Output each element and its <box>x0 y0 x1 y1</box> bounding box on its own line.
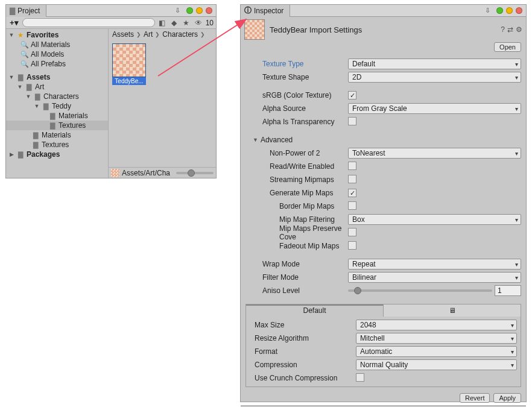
filter-mode-dropdown[interactable]: Bilinear <box>348 272 521 283</box>
tree-assets[interactable]: ▼▇Assets <box>6 72 108 82</box>
alpha-source-dropdown[interactable]: From Gray Scale <box>348 103 521 114</box>
window-max-icon[interactable] <box>506 7 513 14</box>
visibility-icon[interactable]: 👁 <box>194 18 203 28</box>
preset-icon[interactable]: ⇄ <box>507 25 513 34</box>
apply-button[interactable]: Apply <box>493 393 521 403</box>
favorite-icon[interactable]: ★ <box>182 18 191 28</box>
folder-icon: ▇ <box>33 93 42 101</box>
advanced-foldout[interactable]: ▼Advanced <box>245 134 521 146</box>
star-icon: ★ <box>16 31 25 39</box>
tree-packages[interactable]: ▶▇Packages <box>6 150 108 159</box>
inspector-tab[interactable]: ⓘ Inspector <box>241 5 290 17</box>
mipmap-filtering-dropdown[interactable]: Box <box>348 214 521 225</box>
npot-dropdown[interactable]: ToNearest <box>348 148 521 159</box>
read-write-checkbox[interactable] <box>348 162 356 170</box>
streaming-mipmaps-checkbox[interactable] <box>348 175 356 183</box>
texture-thumbnail-icon <box>112 43 146 77</box>
search-icon: 🔍 <box>21 51 29 58</box>
format-dropdown[interactable]: Automatic <box>356 346 517 357</box>
fadeout-mipmaps-checkbox[interactable] <box>348 241 356 250</box>
tree-all-materials[interactable]: 🔍All Materials <box>6 40 108 49</box>
folder-icon: ▇ <box>48 112 57 120</box>
texture-thumbnail-icon <box>111 169 119 177</box>
folder-icon: ▇ <box>25 83 33 91</box>
tree-materials[interactable]: ▇Materials <box>6 111 108 121</box>
asset-label: TeddyBe... <box>112 77 146 85</box>
open-button[interactable]: Open <box>494 42 521 52</box>
max-size-dropdown[interactable]: 2048 <box>356 320 517 330</box>
folder-icon: ▇ <box>31 131 40 139</box>
crunch-checkbox[interactable] <box>356 373 364 382</box>
info-icon: ⓘ <box>244 5 252 16</box>
tree-textures-2[interactable]: ▇Textures <box>6 140 108 150</box>
search-icon: 🔍 <box>21 60 29 68</box>
search-icon: 🔍 <box>21 41 29 49</box>
folder-icon: ▇ <box>16 74 25 81</box>
thumbnail-size-slider[interactable] <box>176 172 214 174</box>
tree-all-models[interactable]: 🔍All Models <box>6 49 108 59</box>
window-min-icon[interactable] <box>496 7 503 14</box>
dock-icon[interactable]: ⇩ <box>173 7 183 14</box>
project-tree[interactable]: ▼★Favorites 🔍All Materials 🔍All Models 🔍… <box>6 29 109 178</box>
mip-preserve-checkbox[interactable] <box>348 228 356 236</box>
help-icon[interactable]: ? <box>501 25 505 34</box>
status-path: Assets/Art/Cha <box>122 169 170 177</box>
project-tab[interactable]: ▇ Project <box>6 5 46 17</box>
dock-icon[interactable]: ⇩ <box>483 7 493 14</box>
tree-all-prefabs[interactable]: 🔍All Prefabs <box>6 59 108 69</box>
platform-tab-standalone[interactable]: 🖥 <box>384 304 521 317</box>
inspector-tab-label: Inspector <box>254 7 283 15</box>
window-close-icon[interactable] <box>516 7 522 14</box>
folder-icon: ▇ <box>31 141 40 149</box>
platform-tab-default[interactable]: Default <box>246 304 384 317</box>
resize-algorithm-dropdown[interactable]: Mitchell <box>356 333 517 344</box>
aniso-slider[interactable] <box>348 289 492 292</box>
wrap-mode-dropdown[interactable]: Repeat <box>348 259 521 270</box>
breadcrumb[interactable]: Assets❯ Art❯ Characters❯ <box>109 29 216 40</box>
texture-type-row: Texture Type Default <box>245 58 521 70</box>
filter-label-icon[interactable]: ◆ <box>169 18 179 28</box>
filter-type-icon[interactable]: ◧ <box>157 18 167 28</box>
texture-preview-icon <box>244 19 265 40</box>
generate-mipmaps-checkbox[interactable]: ✓ <box>348 189 356 197</box>
tree-textures[interactable]: ▇Textures <box>6 121 108 130</box>
tree-characters[interactable]: ▼▇Characters <box>6 92 108 101</box>
folder-icon: ▇ <box>10 7 15 15</box>
monitor-icon: 🖥 <box>449 306 456 315</box>
create-button[interactable]: +▾ <box>8 18 20 27</box>
window-max-icon[interactable] <box>196 7 203 14</box>
window-close-icon[interactable] <box>206 7 212 14</box>
tree-art[interactable]: ▼▇Art <box>6 82 108 92</box>
window-min-icon[interactable] <box>186 7 193 14</box>
project-tab-label: Project <box>17 7 40 15</box>
alpha-transparency-checkbox[interactable] <box>348 117 356 125</box>
visibility-count: 10 <box>206 19 214 27</box>
tree-favorites[interactable]: ▼★Favorites <box>6 30 108 40</box>
gear-icon[interactable]: ⚙ <box>516 25 522 34</box>
revert-button[interactable]: Revert <box>460 393 490 403</box>
aniso-value-input[interactable]: 1 <box>495 285 521 296</box>
tree-teddy[interactable]: ▼▇Teddy <box>6 101 108 111</box>
srgb-checkbox[interactable]: ✓ <box>348 91 356 99</box>
compression-dropdown[interactable]: Normal Quality <box>356 359 517 370</box>
texture-shape-dropdown[interactable]: 2D <box>348 72 521 83</box>
border-mipmaps-checkbox[interactable] <box>348 201 356 210</box>
inspector-title: TeddyBear Import Settings <box>270 25 362 34</box>
search-input[interactable] <box>22 18 155 27</box>
folder-icon: ▇ <box>48 122 57 130</box>
texture-type-dropdown[interactable]: Default <box>348 58 521 69</box>
asset-teddybear[interactable]: TeddyBe... <box>112 43 146 85</box>
folder-icon: ▇ <box>16 151 25 159</box>
tree-materials-2[interactable]: ▇Materials <box>6 130 108 140</box>
folder-icon: ▇ <box>42 103 50 110</box>
